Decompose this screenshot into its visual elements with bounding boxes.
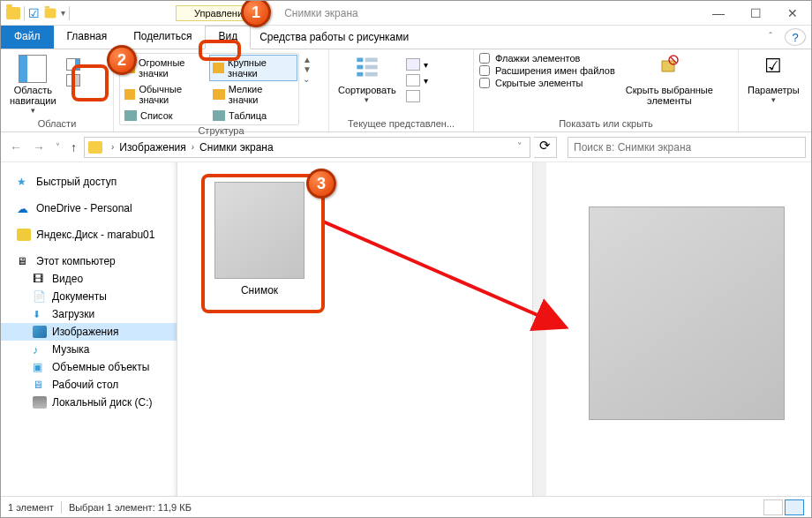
svg-rect-1 [357, 65, 363, 70]
layout-normal[interactable]: Обычные значки [121, 81, 209, 108]
scrollbar[interactable] [532, 162, 546, 496]
layout-more-icon[interactable]: ⌄ [303, 74, 312, 84]
layout-small[interactable]: Мелкие значки [209, 81, 297, 108]
nav-this-pc[interactable]: Этот компьютер [1, 252, 177, 270]
ribbon-group-current: Текущее представлен... [329, 118, 473, 131]
file-name: Снимок [204, 282, 315, 297]
up-button[interactable]: ↑ [67, 140, 80, 154]
crumb-screenshots[interactable]: Снимки экрана [199, 141, 274, 154]
folder-icon-2 [45, 8, 56, 18]
view-details-button[interactable] [763, 499, 783, 515]
ribbon-group-show-hide: Показать или скрыть [474, 118, 738, 131]
sort-button[interactable]: Сортировать▾ [335, 53, 400, 106]
folder-icon [6, 7, 20, 19]
group-by-button[interactable]: ▾ [403, 56, 431, 72]
preview-pane-button[interactable] [64, 56, 83, 72]
check-hidden-items[interactable]: Скрытые элементы [479, 78, 615, 88]
file-item[interactable]: Снимок [204, 176, 315, 307]
nav-desktop[interactable]: Рабочий стол [1, 376, 177, 394]
tab-file[interactable]: Файл [1, 26, 54, 49]
tab-tools[interactable]: Средства работы с рисунками [251, 26, 417, 49]
address-bar[interactable]: › Изображения › Снимки экрана ˅ [84, 137, 530, 158]
add-columns-button[interactable]: ▾ [403, 72, 431, 88]
ribbon-collapse-icon[interactable]: ˆ [762, 26, 779, 49]
annotation-badge-3: 3 [306, 169, 336, 199]
layout-scroll-up-icon[interactable]: ▲ [303, 55, 312, 64]
maximize-button[interactable]: ☐ [737, 1, 774, 26]
folder-icon [88, 141, 102, 154]
nav-onedrive[interactable]: OneDrive - Personal [1, 199, 177, 217]
file-thumbnail [214, 182, 304, 279]
refresh-button[interactable]: ⟳ [534, 137, 557, 158]
nav-local-disk-c[interactable]: Локальный диск (C:) [1, 394, 177, 411]
tab-share[interactable]: Поделиться [120, 26, 205, 49]
help-icon[interactable]: ? [785, 28, 806, 46]
preview-pane [546, 162, 811, 496]
address-dropdown-icon[interactable]: ˅ [514, 141, 526, 153]
nav-3d-objects[interactable]: Объемные объекты [1, 358, 177, 376]
search-input[interactable] [568, 137, 806, 158]
layout-large[interactable]: Крупные значки [209, 55, 297, 81]
nav-videos[interactable]: Видео [1, 270, 177, 288]
nav-yandex-disk[interactable]: Яндекс.Диск - marabu01 [1, 226, 177, 244]
navigation-pane[interactable]: Быстрый доступ OneDrive - Personal Яндек… [1, 162, 177, 496]
svg-rect-3 [365, 58, 378, 63]
svg-rect-5 [365, 72, 378, 77]
nav-pictures[interactable]: Изображения [1, 323, 177, 341]
svg-rect-4 [365, 65, 378, 70]
hide-selected-button[interactable]: Скрыть выбранные элементы [622, 53, 717, 108]
minimize-button[interactable]: — [700, 1, 737, 26]
nav-documents[interactable]: Документы [1, 288, 177, 305]
back-button[interactable]: ← [6, 140, 26, 154]
status-count: 1 элемент [8, 502, 54, 513]
svg-rect-0 [357, 58, 363, 63]
nav-quick-access[interactable]: Быстрый доступ [1, 173, 177, 191]
nav-downloads[interactable]: Загрузки [1, 305, 177, 323]
qat-check-icon[interactable]: ☑ [28, 6, 40, 20]
files-area[interactable]: Снимок [177, 162, 546, 496]
history-chevron-icon[interactable]: ˅ [52, 142, 64, 152]
close-button[interactable]: ✕ [774, 1, 811, 26]
qat-chevron-icon[interactable]: ▾ [61, 8, 65, 18]
annotation-badge-2: 2 [107, 45, 137, 75]
forward-button[interactable]: → [29, 140, 49, 154]
svg-rect-2 [357, 72, 363, 77]
nav-music[interactable]: Музыка [1, 341, 177, 358]
fit-columns-button[interactable] [403, 88, 431, 104]
layout-scroll-down-icon[interactable]: ▼ [303, 64, 312, 74]
check-item-checkboxes[interactable]: Флажки элементов [479, 53, 615, 64]
navigation-pane-button[interactable]: Область навигации ▾ [6, 53, 60, 116]
preview-image [589, 206, 785, 420]
details-pane-button[interactable] [64, 72, 83, 88]
layout-details[interactable]: Таблица [209, 108, 297, 124]
crumb-pictures[interactable]: Изображения [119, 141, 185, 154]
layout-list[interactable]: Список [121, 108, 209, 124]
check-extensions[interactable]: Расширения имен файлов [479, 65, 615, 76]
options-button[interactable]: ☑ Параметры▾ [744, 53, 803, 106]
layout-options[interactable]: Огромные значки Крупные значки Обычные з… [119, 53, 299, 125]
status-selection: Выбран 1 элемент: 11,9 КБ [69, 502, 192, 513]
window-title: Снимки экрана [284, 7, 358, 19]
tab-home[interactable]: Главная [54, 26, 121, 49]
tab-view[interactable]: Вид [205, 26, 251, 49]
ribbon-group-areas: Области [1, 118, 113, 131]
view-thumbnails-button[interactable] [785, 499, 804, 515]
